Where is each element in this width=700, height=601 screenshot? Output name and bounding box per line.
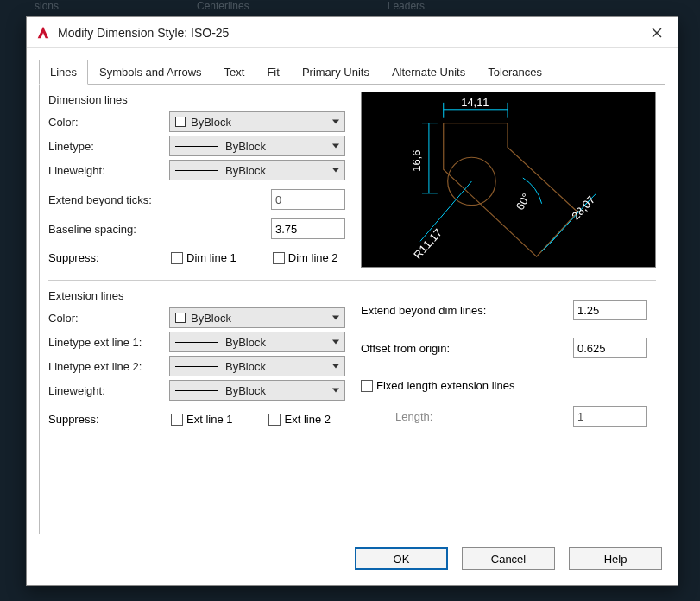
dim-lineweight-dropdown[interactable]: ByBlock [169,160,345,180]
chevron-down-icon [332,340,339,345]
ext-lineweight-dropdown[interactable]: ByBlock [169,380,345,401]
offset-origin-input[interactable] [574,338,678,357]
linetype-preview-icon [175,342,218,343]
extend-beyond-label: Extend beyond dim lines: [361,304,564,317]
chevron-down-icon [332,168,339,173]
length-input [574,407,678,426]
extension-lines-legend: Extension lines [48,289,345,302]
suppress-label: Suppress: [48,251,135,264]
chevron-down-icon [332,120,339,124]
tab-tolerances[interactable]: Tolerances [476,60,553,85]
tab-fit[interactable]: Fit [255,60,290,85]
preview-dim-diag: 28,07 [569,193,597,223]
checkbox-icon [171,252,183,264]
preview-dim-left: 16,6 [410,150,423,172]
section-divider [48,280,656,281]
lineweight-preview-icon [175,170,218,171]
chevron-down-icon [332,316,339,320]
ext-lineweight-label: Lineweight: [48,384,169,397]
extend-ticks-spinner: ▲▼ [271,189,345,210]
dim-color-dropdown[interactable]: ByBlock [169,111,345,132]
linetype-preview-icon [175,146,218,147]
suppress-extline2-checkbox[interactable]: Ext line 2 [268,413,330,426]
suppress-extline1-checkbox[interactable]: Ext line 1 [171,413,232,426]
help-button[interactable]: Help [569,547,662,570]
lineweight-preview-icon [175,390,218,391]
linetype-label: Linetype: [48,140,169,153]
tab-text[interactable]: Text [213,60,256,85]
tab-alternate-units[interactable]: Alternate Units [381,60,476,85]
autocad-logo-icon [35,25,51,41]
suppress-dimline1-checkbox[interactable]: Dim line 1 [171,251,236,264]
checkbox-icon [268,414,281,426]
extension-lines-section: Extension lines Color: ByBlock Linetype … [48,288,656,427]
chevron-down-icon [332,389,339,393]
ext-ltype1-dropdown[interactable]: ByBlock [169,332,345,352]
extend-beyond-spinner[interactable]: ▲▼ [573,300,647,320]
baseline-spacing-spinner[interactable]: ▲▼ [271,218,345,239]
baseline-spacing-label: Baseline spacing: [48,223,271,236]
tab-primary-units[interactable]: Primary Units [291,60,381,85]
color-label: Color: [48,116,169,129]
ext-ltype2-dropdown[interactable]: ByBlock [169,356,345,376]
extend-beyond-input[interactable] [574,300,678,319]
tab-lines[interactable]: Lines [39,60,88,85]
lineweight-label: Lineweight: [48,164,169,177]
dialog-button-row: OK Cancel Help [27,534,678,585]
cancel-button[interactable]: Cancel [462,547,555,570]
dialog-content: Lines Symbols and Arrows Text Fit Primar… [27,48,678,534]
close-button[interactable] [645,21,669,45]
background-ribbon: sions Centerlines Leaders [0,0,700,10]
ext-suppress-label: Suppress: [48,413,135,426]
tab-symbols-arrows[interactable]: Symbols and Arrows [88,60,213,85]
ext-ltype2-label: Linetype ext line 2: [48,360,169,373]
close-icon [652,28,662,38]
color-swatch-icon [175,313,186,323]
chevron-down-icon [332,144,339,149]
dimension-lines-section: Dimension lines Color: ByBlock Linetype: [48,92,656,268]
titlebar: Modify Dimension Style: ISO-25 [27,17,678,48]
dim-linetype-dropdown[interactable]: ByBlock [169,136,345,156]
linetype-preview-icon [175,366,218,367]
preview-dim-radius: R11,17 [411,226,445,262]
preview-dim-angle: 60° [514,191,533,212]
ext-ltype1-label: Linetype ext line 1: [48,336,169,349]
window-title: Modify Dimension Style: ISO-25 [58,26,645,40]
dimension-preview: 14,11 16,6 28,07 60° R11,17 [361,92,656,268]
checkbox-icon [361,380,373,392]
checkbox-icon [171,414,183,426]
dimension-lines-legend: Dimension lines [48,93,345,106]
checkbox-icon [273,252,285,264]
svg-line-10 [420,181,471,241]
modify-dim-style-dialog: Modify Dimension Style: ISO-25 Lines Sym… [26,16,678,586]
preview-dim-top: 14,11 [461,96,489,109]
tabstrip: Lines Symbols and Arrows Text Fit Primar… [39,59,665,85]
length-spinner: ▲▼ [573,406,647,427]
ext-color-label: Color: [48,312,169,325]
offset-origin-label: Offset from origin: [361,333,564,355]
chevron-down-icon [332,364,339,369]
length-label: Length: [361,405,564,423]
offset-origin-spinner[interactable]: ▲▼ [573,338,647,358]
fixed-length-checkbox[interactable]: Fixed length extension lines [361,379,656,392]
ext-color-dropdown[interactable]: ByBlock [169,307,345,328]
color-swatch-icon [175,117,186,127]
ok-button[interactable]: OK [355,547,448,570]
tab-panel-lines: Dimension lines Color: ByBlock Linetype: [39,85,665,534]
suppress-dimline2-checkbox[interactable]: Dim line 2 [273,251,338,264]
extend-ticks-label: Extend beyond ticks: [48,193,271,206]
